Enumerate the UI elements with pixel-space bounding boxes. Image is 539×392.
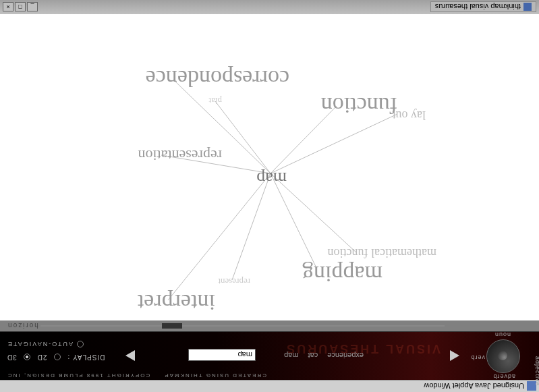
taskbar-app-icon [523, 3, 532, 11]
horizon-slider-bar: horizon [0, 320, 539, 331]
radio-auto-navigate[interactable] [77, 341, 84, 347]
applet-titlebar: Unsigned Java Applet Window [0, 380, 539, 392]
graph-center-node[interactable]: map [256, 168, 287, 188]
graph-node-represent[interactable]: represent [218, 276, 250, 287]
graph-node-mathematical-function[interactable]: mathematical function [328, 246, 436, 260]
taskbar: thinkmap visual thesaurus _ □ × [0, 0, 539, 15]
radio-2d[interactable] [54, 354, 61, 361]
breadcrumb: experience cat map [284, 352, 364, 360]
horizon-label: horizon [7, 323, 38, 330]
applet-title-text: Unsigned Java Applet Window [424, 383, 524, 391]
graph-node-plat[interactable]: plat [209, 95, 223, 106]
svg-line-5 [271, 114, 397, 173]
svg-line-7 [215, 101, 271, 173]
mode-2d-label: 2D [37, 354, 47, 361]
graph-node-mapping[interactable]: mapping [302, 261, 382, 287]
svg-line-1 [232, 173, 271, 280]
minimize-icon[interactable]: _ [27, 3, 38, 12]
close-icon[interactable]: × [3, 3, 13, 12]
graph-node-representation[interactable]: representation [138, 146, 222, 164]
wheel-label-adverb[interactable]: adverb [492, 373, 515, 380]
taskbar-app-label: thinkmap visual thesaurus [435, 3, 521, 11]
radio-3d[interactable] [24, 354, 30, 361]
toolbar: VISUAL THESAURUS adverb noun adjective v… [0, 331, 539, 380]
credit-created: CREATED USING THINKMAP [163, 372, 266, 379]
breadcrumb-item[interactable]: cat [308, 352, 318, 360]
maximize-icon[interactable]: □ [15, 3, 26, 12]
credit-copyright: COPYRIGHT 1998 PLUMB DESIGN, INC [7, 372, 150, 379]
credits: CREATED USING THINKMAP COPYRIGHT 1998 PL… [7, 372, 266, 379]
auto-navigate-label: AUTO-NAVIGATE [7, 341, 73, 347]
search-input[interactable] [188, 349, 256, 361]
pos-wheel[interactable] [486, 339, 520, 373]
graph-node-function[interactable]: function [321, 92, 397, 118]
graph-node-correspondence[interactable]: correspondence [146, 65, 289, 91]
display-controls: DISPLAY : 2D 3D [7, 354, 105, 361]
graph-canvas[interactable]: interpretrepresentmappingmathematical fu… [0, 15, 539, 320]
display-label: DISPLAY : [67, 354, 105, 361]
wheel-label-noun[interactable]: noun [494, 331, 511, 338]
breadcrumb-item[interactable]: experience [327, 352, 364, 360]
history-forward-arrow-icon[interactable] [125, 350, 135, 361]
wheel-label-verb[interactable]: verb [470, 354, 485, 361]
horizon-slider[interactable] [40, 325, 445, 327]
mode-3d-label: 3D [7, 354, 17, 361]
graph-node-interpret[interactable]: interpret [138, 289, 215, 315]
horizon-thumb[interactable] [162, 323, 182, 329]
breadcrumb-item[interactable]: map [284, 352, 298, 360]
taskbar-app-button[interactable]: thinkmap visual thesaurus [430, 2, 536, 13]
auto-navigate-control[interactable]: AUTO-NAVIGATE [7, 341, 84, 347]
wheel-label-adjective[interactable]: adjective [534, 356, 539, 387]
history-back-arrow-icon[interactable] [450, 350, 459, 361]
